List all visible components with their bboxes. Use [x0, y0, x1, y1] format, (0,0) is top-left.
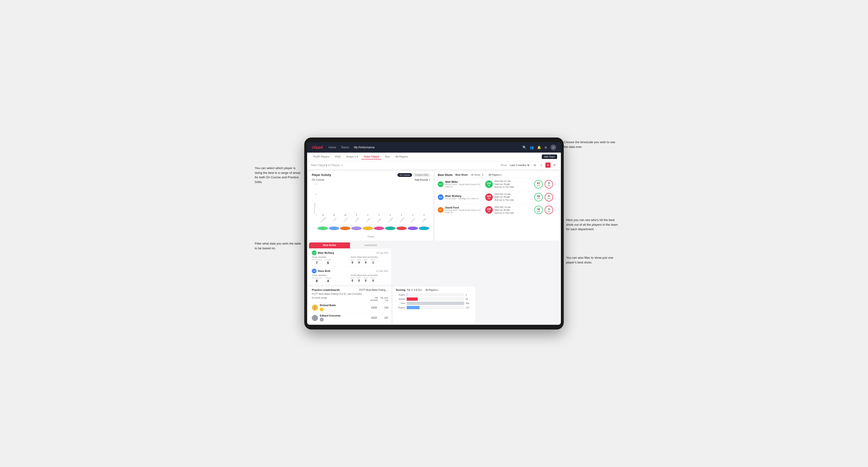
leaderboard-row-1[interactable]: 🏌 Richard Butler 1 19/20 110 [309, 302, 391, 313]
player-avatar-sm: 🏌 [317, 226, 328, 230]
grid-view-icon[interactable]: ⊞ [532, 162, 537, 168]
tab-tour[interactable]: Tour [382, 154, 392, 159]
activity-panel-header: Player Activity On Course Practice Drill… [309, 171, 433, 178]
player-name-blair: Blair McHarg [445, 195, 483, 197]
active-player-name-row: BM Blair McHarg 26 Aug 2023 [312, 250, 388, 255]
stat-app-rees: APP 0 [357, 277, 361, 282]
tab-all-players[interactable]: All Players [393, 154, 410, 159]
least-active-tab[interactable]: Least Active [350, 243, 391, 248]
players-dropdown[interactable]: All Players [489, 174, 500, 176]
score-label-pars: Pars [396, 302, 405, 305]
active-player-name-row-rees: RB Rees Britt 02 Sep 2023 [312, 269, 388, 273]
practice-filter-button[interactable]: PUTT Must Make Putting ... [359, 289, 388, 291]
player-avatar-david: DF [438, 207, 443, 213]
activity-panel-title: Player Activity [312, 173, 331, 177]
score-label-eagles: Eagles [396, 294, 405, 296]
metric-chevron-icon: ▾ [429, 179, 430, 181]
x-label: R. Butler [386, 216, 395, 224]
y-label-10: 10 [314, 193, 316, 195]
search-icon[interactable]: 🔍 [522, 146, 526, 149]
chevron-right-icon: › [555, 182, 556, 186]
stats-grid-blair: Total Rounds Tournament 7 Practice [312, 256, 388, 264]
player-avatar-sm: 🏌 [351, 226, 362, 230]
activity-sub-title: On Course [312, 178, 324, 181]
player-avatar-sm: 🏌 [340, 226, 350, 230]
player-detail-blair: 23 Jul 2023 · Ashridge SC, Hole 15 [445, 197, 483, 200]
tablet-shell: clippd Home Teams My Performance 🔍 👥 🔔 ⊕… [304, 137, 564, 330]
practice-sub-header: PUTT Must Make Putting (3-6 ft), Last 3 … [309, 292, 391, 297]
bar-value: 13 [322, 214, 323, 216]
col-header-name: PLAYER NAME [312, 297, 368, 302]
player-detail-matt: 09 Jun 2023 · Royal North Devon GC, Hole… [445, 183, 483, 188]
add-team-button[interactable]: Add Team [542, 154, 557, 159]
yds-circle-david-1: 16 yds [534, 206, 543, 214]
yds-circle-blair-2: 0 yds [545, 193, 553, 201]
settings-view-icon[interactable]: ⚙ [552, 162, 557, 168]
player-avatar-blair: BM [438, 194, 443, 200]
shot-card-2[interactable]: BM Blair McHarg 23 Jul 2023 · Ashridge S… [435, 191, 559, 204]
tab-hcaps[interactable]: Hcaps 1-5 [344, 154, 361, 159]
lb-name-edward: Edward Crossman [320, 314, 366, 317]
metric-select[interactable]: Total Rounds [414, 179, 428, 181]
tab-pgat[interactable]: PGAT Players [311, 154, 332, 159]
score-bar-fill-eagles [407, 293, 407, 297]
best-shots-filter[interactable]: Best Shots [454, 173, 469, 177]
stat-tournament-rees: Tournament 8 [312, 277, 322, 283]
tab-team-clippd[interactable]: Team Clippd [361, 154, 381, 159]
player-avatar-matt: MM [438, 181, 443, 187]
add-circle-icon[interactable]: ⊕ [545, 146, 547, 149]
stats-section-title-activities-rees: Total Practice Activities [350, 274, 388, 276]
nav-link-teams[interactable]: Teams [341, 146, 349, 149]
x-axis: B. McHarg R. Britt D. Ford J. Coles E. E… [317, 219, 429, 221]
nav-link-performance[interactable]: My Performance [354, 146, 375, 149]
yds-circle-matt-2: 0 yds [545, 180, 553, 188]
bottom-row: Practice Leaderboards PUTT Must Make Put… [309, 243, 559, 323]
shot-card-1[interactable]: MM Matt Miller 09 Jun 2023 · Royal North… [435, 178, 559, 191]
all-shots-filter[interactable]: All Shots [470, 173, 482, 177]
scoring-header: Scoring Par 3, 4 & 5s ▾ All Players ▾ [393, 286, 475, 292]
nav-links: Home Teams My Performance [329, 146, 522, 149]
player-name-david: David Ford [445, 206, 483, 209]
edit-icon[interactable]: ✏ [341, 164, 343, 166]
player-info-david: David Ford 24 Aug 2023 · Royal North Dev… [445, 206, 483, 214]
shots-chevron-icon: ▾ [482, 174, 483, 176]
heart-view-icon[interactable]: ♥ [545, 162, 551, 168]
active-date-blair: 26 Aug 2023 [376, 252, 388, 254]
annotation-player-select: You can select which player is doing the… [255, 166, 302, 184]
tab-bar: PGAT Players PGA Hcaps 1-5 Team Clippd T… [307, 153, 561, 161]
lb-avg-richard: 110 [379, 306, 388, 309]
score-label-bogeys: Bogeys [396, 306, 405, 309]
users-icon[interactable]: 👥 [530, 146, 534, 149]
bar-value: 3 [401, 214, 402, 216]
score-label-birdies: Birdies [396, 298, 405, 300]
score-bar-eagles: Eagles 3 [396, 293, 472, 297]
score-count-eagles: 3 [466, 294, 472, 296]
most-active-tab[interactable]: Most Active [309, 243, 350, 248]
score-bar-fill-birdies [407, 298, 418, 301]
leaderboard-row-2[interactable]: 🏌 Edward Crossman 2 18/20 107 [309, 313, 391, 323]
timescale-select[interactable]: Last 3 months Last 6 months Last year [509, 163, 530, 167]
stat-practice: Practice 6 [324, 259, 331, 264]
nav-link-home[interactable]: Home [329, 146, 336, 149]
stat-arg: ARG 0 [364, 259, 368, 264]
annotation-filter: Filter what data you wish the table to b… [255, 241, 302, 250]
scoring-filter-2[interactable]: All Players [426, 289, 437, 291]
x-label: E. Cross… [409, 216, 417, 224]
practice-drills-toggle[interactable]: Practice Drills [413, 173, 430, 177]
on-course-toggle[interactable]: On Course [398, 173, 412, 177]
stats-section-rounds-rees: Total Rounds Tournament 8 Practice [312, 274, 349, 283]
avatar[interactable]: U [551, 145, 556, 150]
scoring-filter-1[interactable]: Par 3, 4 & 5s [407, 289, 421, 291]
col-header-score: PB SCORE [368, 297, 378, 302]
stat-gtt: GTT 0 [350, 259, 354, 264]
player-detail-david: 24 Aug 2023 · Royal North Devon GC, Hole… [445, 209, 483, 214]
scoring-chevron-icon: ▾ [421, 289, 422, 291]
x-label: B. McHarg [319, 216, 328, 224]
shot-card-3[interactable]: DF David Ford 24 Aug 2023 · Royal North … [435, 204, 559, 217]
tab-pga[interactable]: PGA [333, 154, 343, 159]
active-player-avatar-rees: RB [312, 269, 316, 273]
list-view-icon[interactable]: ≡ [539, 162, 544, 168]
bell-icon[interactable]: 🔔 [537, 146, 541, 149]
stats-values-activities: GTT 0 APP 0 ARG [350, 259, 388, 264]
active-player-card-rees: RB Rees Britt 02 Sep 2023 Total Rounds [309, 267, 391, 285]
